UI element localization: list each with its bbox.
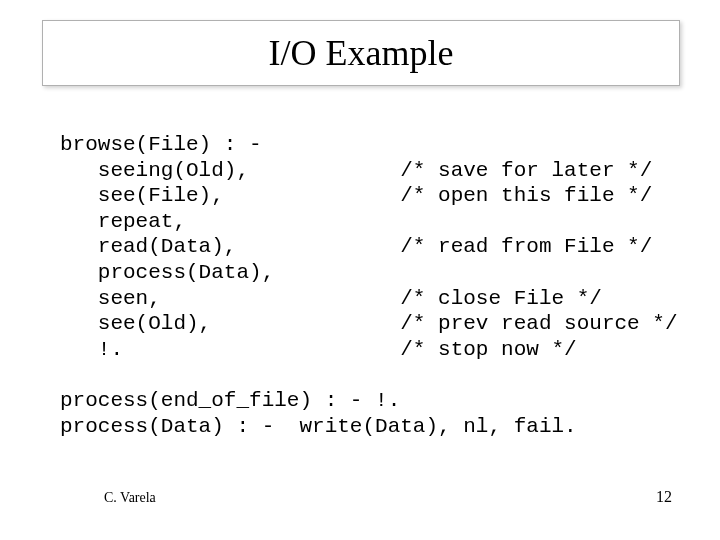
slide: I/O Example browse(File) : - seeing(Old)…	[0, 0, 720, 540]
footer-author: C. Varela	[104, 490, 156, 506]
title-box: I/O Example	[42, 20, 680, 86]
code-block: browse(File) : - seeing(Old), /* save fo…	[60, 132, 678, 439]
footer-page-number: 12	[656, 488, 672, 506]
slide-title: I/O Example	[269, 32, 454, 74]
